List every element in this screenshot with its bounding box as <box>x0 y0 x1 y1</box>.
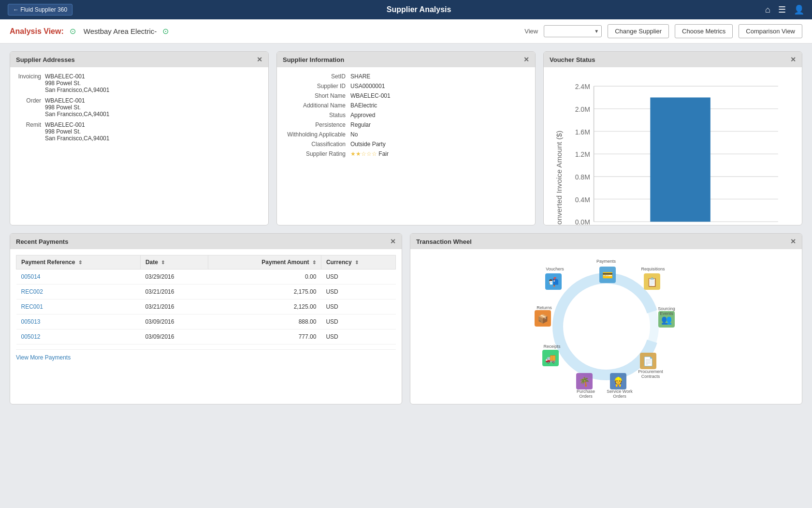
payment-row-0: 005014 03/29/2016 0.00 USD <box>16 269 396 284</box>
svg-text:Orders: Orders <box>613 394 626 399</box>
supplier-info-field-5: PersistenceRegular <box>283 121 529 128</box>
bottom-row: Recent Payments ✕ Payment Reference ⇕ Da… <box>10 233 802 404</box>
user-icon[interactable]: 👤 <box>794 4 804 15</box>
view-select[interactable] <box>544 25 602 37</box>
back-button[interactable]: ← Fluid Supplier 360 <box>8 4 72 15</box>
info-label-6: Withholding Applicable <box>283 131 350 138</box>
recent-payments-title: Recent Payments <box>16 238 68 245</box>
payment-amount-4: 777.00 <box>208 329 321 344</box>
transaction-wheel-header: Transaction Wheel ✕ <box>410 234 802 249</box>
supplier-info-field-3: Additional NameBAElectric <box>283 102 529 109</box>
toolbar: Analysis View: ⊙ Westbay Area Electric- … <box>0 19 812 44</box>
wheel-item-requisitions[interactable]: 📋 <box>644 273 660 290</box>
address-type-order: Order <box>16 97 45 118</box>
payment-row-2: REC001 03/21/2016 2,125.00 USD <box>16 299 396 314</box>
nav-right: ⌂ ☰ 👤 <box>765 4 804 15</box>
wheel-item-vouchers[interactable]: 📬 <box>545 273 562 290</box>
wheel-item-payments[interactable]: 💳 <box>599 267 616 283</box>
payment-amount-1: 2,175.00 <box>208 284 321 299</box>
supplier-name: Westbay Area Electric- <box>84 27 157 35</box>
voucher-status-card: Voucher Status ✕ Converted Invoice Amoun… <box>543 51 802 225</box>
svg-text:📋: 📋 <box>647 277 658 287</box>
info-value-7: Outside Party <box>350 141 386 148</box>
wheel-item-receipts[interactable]: 🚚 <box>542 350 559 366</box>
payment-amount-0: 0.00 <box>208 269 321 284</box>
address-remit: Remit WBAELEC-001 998 Powel St. San Fran… <box>16 121 262 142</box>
svg-text:👥: 👥 <box>661 314 672 325</box>
supplier-info-field-4: StatusApproved <box>283 112 529 119</box>
info-value-3: BAElectric <box>350 102 377 109</box>
payment-ref-3[interactable]: 005013 <box>16 314 141 329</box>
analysis-status-icon[interactable]: ⊙ <box>70 27 76 36</box>
col-header-date[interactable]: Date ⇕ <box>140 255 208 269</box>
svg-text:💳: 💳 <box>602 270 613 281</box>
supplier-status-icon[interactable]: ⊙ <box>162 27 169 36</box>
view-select-wrap[interactable] <box>544 25 602 37</box>
payment-ref-4[interactable]: 005012 <box>16 329 141 344</box>
svg-text:0.8M: 0.8M <box>575 173 590 181</box>
address-invoicing: Invoicing WBAELEC-001 998 Powel St. San … <box>16 73 262 93</box>
wheel-item-purchase[interactable]: 🌴 <box>576 373 593 389</box>
payment-currency-2: USD <box>321 299 395 314</box>
col-header-currency[interactable]: Currency ⇕ <box>321 255 395 269</box>
comparison-view-button[interactable]: Comparison View <box>739 24 802 38</box>
voucher-bar <box>650 97 710 222</box>
supplier-info-field-0: SetIDSHARE <box>283 73 529 80</box>
info-label-2: Short Name <box>283 92 350 99</box>
choose-metrics-button[interactable]: Choose Metrics <box>675 24 733 38</box>
transaction-wheel-card: Transaction Wheel ✕ 💳 Payments <box>410 233 802 404</box>
svg-text:👷: 👷 <box>613 376 624 387</box>
supplier-addresses-body: Invoicing WBAELEC-001 998 Powel St. San … <box>10 67 268 150</box>
payment-date-3: 03/09/2016 <box>140 314 208 329</box>
change-supplier-button[interactable]: Change Supplier <box>608 24 669 38</box>
recent-payments-card: Recent Payments ✕ Payment Reference ⇕ Da… <box>10 233 402 404</box>
wheel-item-service[interactable]: 👷 <box>610 373 626 389</box>
supplier-info-close[interactable]: ✕ <box>523 56 529 63</box>
payment-ref-1[interactable]: REC002 <box>16 284 141 299</box>
supplier-info-field-2: Short NameWBAELEC-001 <box>283 92 529 99</box>
col-header-amount[interactable]: Payment Amount ⇕ <box>208 255 321 269</box>
address-order: Order WBAELEC-001 998 Powel St. San Fran… <box>16 97 262 118</box>
info-label-3: Additional Name <box>283 102 350 109</box>
supplier-addresses-header: Supplier Addresses ✕ <box>10 52 268 67</box>
supplier-info-rows: SetIDSHARESupplier IDUSA0000001Short Nam… <box>283 73 529 157</box>
payments-table: Payment Reference ⇕ Date ⇕ Payment Amoun… <box>16 255 396 344</box>
payment-amount-3: 888.00 <box>208 314 321 329</box>
wheel-item-procurement[interactable]: 📄 <box>640 353 656 369</box>
voucher-chart: Converted Invoice Amount ($) 2.4M 2.0M 1… <box>552 71 793 225</box>
supplier-info-title: Supplier Information <box>283 56 344 63</box>
wheel-item-returns[interactable]: 📦 <box>535 310 551 327</box>
info-label-8: Supplier Rating <box>283 150 350 157</box>
payment-date-0: 03/29/2016 <box>140 269 208 284</box>
payment-row-4: 005012 03/09/2016 777.00 USD <box>16 329 396 344</box>
payments-header-row: Payment Reference ⇕ Date ⇕ Payment Amoun… <box>16 255 396 269</box>
col-header-ref[interactable]: Payment Reference ⇕ <box>16 255 141 269</box>
supplier-addresses-close[interactable]: ✕ <box>257 56 262 63</box>
svg-text:1.6M: 1.6M <box>575 128 590 136</box>
payment-currency-0: USD <box>321 269 395 284</box>
supplier-info-field-8: Supplier Rating★★☆☆☆ Fair <box>283 150 529 157</box>
svg-text:1.2M: 1.2M <box>575 150 590 158</box>
payment-ref-0[interactable]: 005014 <box>16 269 141 284</box>
payments-tbody: 005014 03/29/2016 0.00 USD REC002 03/21/… <box>16 269 396 344</box>
analysis-label: Analysis View: <box>10 27 64 36</box>
svg-text:Returns: Returns <box>536 305 552 310</box>
payment-row-3: 005013 03/09/2016 888.00 USD <box>16 314 396 329</box>
recent-payments-close[interactable]: ✕ <box>390 238 396 245</box>
svg-text:📦: 📦 <box>537 314 549 324</box>
payment-ref-2[interactable]: REC001 <box>16 299 141 314</box>
info-value-1: USA0000001 <box>350 83 385 90</box>
menu-icon[interactable]: ☰ <box>778 4 786 15</box>
main-content: Supplier Addresses ✕ Invoicing WBAELEC-0… <box>0 44 812 508</box>
supplier-addresses-title: Supplier Addresses <box>16 56 75 63</box>
view-label: View <box>524 28 538 35</box>
address-type-invoicing: Invoicing <box>16 73 45 93</box>
page-title: Supplier Analysis <box>387 5 451 14</box>
supplier-info-field-6: Withholding ApplicableNo <box>283 131 529 138</box>
transaction-wheel-close[interactable]: ✕ <box>790 238 796 245</box>
voucher-status-close[interactable]: ✕ <box>790 56 796 63</box>
supplier-info-body: SetIDSHARESupplier IDUSA0000001Short Nam… <box>277 67 535 166</box>
view-more-payments-link[interactable]: View More Payments <box>16 354 71 361</box>
nav-left: ← Fluid Supplier 360 <box>8 4 72 15</box>
home-icon[interactable]: ⌂ <box>765 5 770 15</box>
